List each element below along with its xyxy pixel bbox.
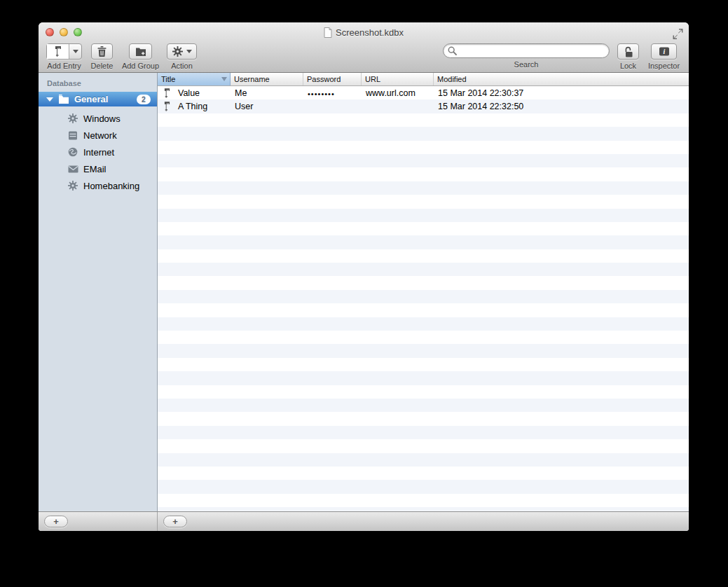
add-entry-label: Add Entry: [47, 62, 81, 70]
table-header: Title Username Password URL Modified: [158, 73, 689, 86]
column-header-url[interactable]: URL: [362, 73, 434, 85]
table-row-empty[interactable]: [158, 467, 689, 480]
username-cell: Me: [231, 88, 303, 98]
entry-table: Title Username Password URL Modified Val…: [158, 73, 689, 511]
column-header-password[interactable]: Password: [303, 73, 362, 85]
table-row-empty[interactable]: [158, 167, 689, 181]
column-header-username[interactable]: Username: [231, 73, 303, 85]
sidebar-item[interactable]: Internet: [39, 144, 157, 160]
table-row-empty[interactable]: [158, 439, 689, 453]
table-row-empty[interactable]: [158, 344, 689, 357]
password-cell: [303, 499, 362, 501]
sidebar-item[interactable]: Windows: [39, 110, 157, 127]
password-cell: [303, 418, 362, 420]
modified-cell: 15 Mar 2014 22:30:37: [434, 88, 689, 98]
search-input[interactable]: [443, 43, 610, 58]
sidebar-item-label: Internet: [83, 147, 114, 158]
add-group-button[interactable]: [129, 43, 152, 60]
table-row[interactable]: Value Me •••••••• www.url.com 15 Mar 201…: [158, 86, 689, 99]
sidebar-item-label: General: [74, 94, 137, 104]
inspector-button[interactable]: i: [651, 43, 677, 60]
table-row-empty[interactable]: [158, 263, 689, 276]
table-row-empty[interactable]: [158, 249, 689, 263]
bottom-bar: + +: [39, 511, 689, 531]
action-button[interactable]: [167, 43, 197, 60]
zoom-button[interactable]: [74, 28, 82, 36]
table-row-empty[interactable]: [158, 480, 689, 493]
table-row-empty[interactable]: [158, 331, 689, 344]
password-cell: [303, 214, 362, 216]
title-cell: [158, 210, 231, 220]
table-row-empty[interactable]: [158, 276, 689, 289]
inspector-label: Inspector: [648, 62, 680, 70]
close-button[interactable]: [46, 28, 54, 36]
table-row-empty[interactable]: [158, 209, 689, 222]
modified-cell: 15 Mar 2014 22:32:50: [434, 102, 689, 111]
table-row-empty[interactable]: [158, 303, 689, 317]
table-row-empty[interactable]: [158, 141, 689, 154]
table-row[interactable]: A Thing User 15 Mar 2014 22:32:50: [158, 99, 689, 113]
sidebar-item[interactable]: Homebanking: [39, 177, 157, 194]
table-row-empty[interactable]: [158, 358, 689, 371]
table-row-empty[interactable]: [158, 385, 689, 399]
gear-icon: [67, 180, 78, 191]
title-cell: [158, 495, 231, 505]
sidebar-item-label: Network: [83, 130, 117, 141]
title-cell: [158, 197, 231, 207]
password-cell: [303, 146, 362, 148]
lock-button[interactable]: [617, 43, 639, 60]
table-row-empty[interactable]: [158, 290, 689, 303]
table-row-empty[interactable]: [158, 113, 689, 127]
column-header-title[interactable]: Title: [158, 73, 231, 85]
table-row-empty[interactable]: [158, 154, 689, 167]
delete-tool: Delete: [91, 43, 113, 70]
titlebar-toolbar: Screenshot.kdbx Add Entry: [39, 22, 689, 73]
minimize-button[interactable]: [60, 28, 68, 36]
folder-icon: [58, 95, 69, 104]
table-row-empty[interactable]: [158, 399, 689, 412]
password-cell: [303, 269, 362, 270]
table-row-empty[interactable]: [158, 317, 689, 331]
add-entry-button[interactable]: [46, 43, 82, 60]
title-cell: A Thing: [158, 102, 231, 111]
password-cell: [303, 282, 362, 284]
password-cell: [303, 174, 362, 175]
table-row-empty[interactable]: [158, 494, 689, 507]
sidebar-item-general[interactable]: General 2: [39, 92, 157, 106]
trash-icon: [97, 46, 107, 57]
title-cell: [158, 305, 231, 315]
table-row-empty[interactable]: [158, 412, 689, 425]
table-body: Value Me •••••••• www.url.com 15 Mar 201…: [158, 86, 689, 511]
add-entry-dropdown[interactable]: [69, 44, 81, 59]
table-row-empty[interactable]: [158, 127, 689, 140]
sidebar-item-label: Windows: [83, 113, 121, 124]
disclosure-triangle-icon[interactable]: [46, 97, 53, 102]
add-group-footer-button[interactable]: +: [44, 516, 68, 527]
fullscreen-icon[interactable]: [673, 29, 683, 39]
table-row-empty[interactable]: [158, 426, 689, 439]
table-row-empty[interactable]: [158, 371, 689, 385]
username-cell: User: [231, 102, 303, 111]
title-cell: [158, 129, 231, 139]
unlock-icon: [623, 46, 633, 57]
title-cell: [158, 278, 231, 288]
table-row-empty[interactable]: [158, 195, 689, 208]
envelope-icon: [67, 163, 78, 174]
password-cell: [303, 337, 362, 338]
key-icon: [47, 44, 69, 59]
password-cell: ••••••••: [303, 88, 362, 98]
table-row-empty[interactable]: [158, 222, 689, 235]
title-cell: [158, 251, 231, 261]
table-row-empty[interactable]: [158, 235, 689, 249]
entry-count-badge: 2: [137, 95, 151, 104]
column-header-modified[interactable]: Modified: [434, 73, 689, 85]
add-entry-footer-button[interactable]: +: [163, 516, 187, 527]
sidebar-item[interactable]: EMail: [39, 160, 157, 177]
table-row-empty[interactable]: [158, 453, 689, 467]
table-row-empty[interactable]: [158, 181, 689, 195]
password-cell: [303, 431, 362, 433]
sidebar-item[interactable]: Network: [39, 127, 157, 144]
delete-button[interactable]: [91, 43, 113, 60]
sidebar-item-label: EMail: [83, 164, 107, 174]
password-cell: [303, 201, 362, 202]
